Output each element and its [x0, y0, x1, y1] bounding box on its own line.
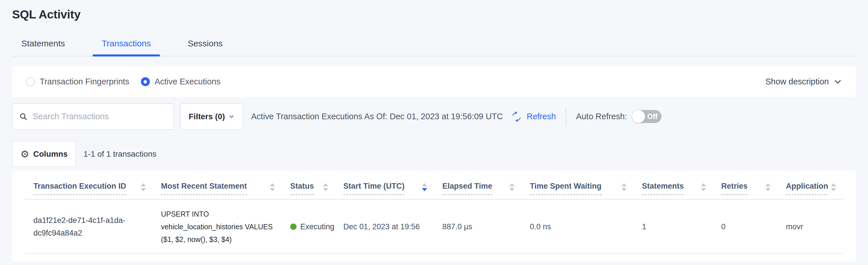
cell-application: movr: [777, 199, 843, 254]
cell-most-recent-statement: UPSERT INTO vehicle_location_histories V…: [153, 199, 282, 254]
gear-icon: ⚙: [21, 149, 29, 159]
auto-refresh-toggle[interactable]: Off: [632, 110, 661, 123]
cell-retries: 0: [713, 199, 778, 254]
toolbar-divider: [566, 108, 566, 126]
sort-icon[interactable]: [323, 183, 328, 191]
transactions-toolbar: Filters (0) Active Transaction Execution…: [12, 103, 856, 130]
column-header-start-time[interactable]: Start Time (UTC): [335, 170, 434, 199]
tab-transactions[interactable]: Transactions: [93, 33, 160, 56]
status-dot: [290, 223, 297, 230]
cell-statements: 1: [633, 199, 713, 254]
show-description-label: Show description: [765, 77, 829, 86]
column-header-status[interactable]: Status: [282, 170, 335, 199]
sort-icon[interactable]: [422, 183, 427, 191]
radio-icon: [26, 77, 35, 86]
sort-icon[interactable]: [831, 183, 836, 191]
show-description-toggle[interactable]: Show description: [765, 77, 842, 86]
sort-icon[interactable]: [141, 183, 146, 191]
table-header-row: Transaction Execution ID Most Recent Sta…: [25, 170, 843, 199]
status-label: Executing: [300, 220, 335, 233]
filters-label: Filters (0): [189, 112, 225, 121]
column-header-application[interactable]: Application: [777, 170, 843, 199]
tab-bar: Statements Transactions Sessions: [12, 33, 856, 56]
columns-button-label: Columns: [33, 150, 68, 159]
radio-label: Transaction Fingerprints: [40, 77, 129, 86]
auto-refresh-label: Auto Refresh:: [576, 112, 627, 121]
cell-time-spent-waiting: 0.0 ns: [521, 199, 633, 254]
transactions-table: Transaction Execution ID Most Recent Sta…: [25, 170, 843, 254]
column-header-most-recent-statement[interactable]: Most Recent Statement: [153, 170, 282, 199]
cell-status: Executing: [282, 199, 335, 254]
column-header-transaction-execution-id[interactable]: Transaction Execution ID: [25, 170, 153, 199]
sort-icon[interactable]: [622, 183, 627, 191]
radio-label: Active Executions: [155, 77, 221, 86]
column-header-retries[interactable]: Retries: [713, 170, 778, 199]
toggle-state-label: Off: [647, 110, 657, 123]
table-row: da1f21e2-de71-4c1f-a1da-dc9fc94a84a2 UPS…: [25, 199, 843, 254]
sort-icon[interactable]: [765, 183, 771, 191]
sort-icon[interactable]: [270, 183, 275, 191]
search-box[interactable]: [12, 103, 174, 130]
toggle-knob: [632, 110, 645, 123]
radio-active-executions[interactable]: Active Executions: [141, 77, 221, 86]
radio-transaction-fingerprints[interactable]: Transaction Fingerprints: [26, 77, 129, 86]
chevron-down-icon: [834, 78, 842, 86]
cell-transaction-execution-id: da1f21e2-de71-4c1f-a1da-dc9fc94a84a2: [25, 199, 153, 254]
refresh-button[interactable]: Refresh: [510, 110, 556, 123]
chevron-down-icon: [228, 113, 235, 120]
tab-sessions[interactable]: Sessions: [178, 33, 232, 56]
transactions-table-card: Transaction Execution ID Most Recent Sta…: [12, 170, 856, 262]
cell-start-time: Dec 01, 2023 at 19:56: [335, 199, 434, 254]
column-header-statements[interactable]: Statements: [633, 170, 713, 199]
page-title: SQL Activity: [12, 0, 856, 21]
view-selector-card: Transaction Fingerprints Active Executio…: [12, 66, 856, 97]
radio-icon: [141, 77, 150, 86]
as-of-timestamp: Active Transaction Executions As Of: Dec…: [251, 112, 503, 121]
cell-elapsed-time: 887.0 µs: [434, 199, 521, 254]
refresh-label: Refresh: [527, 112, 556, 121]
sort-icon[interactable]: [701, 183, 706, 191]
filters-button[interactable]: Filters (0): [180, 103, 243, 130]
search-icon: [19, 112, 28, 121]
search-input[interactable]: [33, 112, 167, 121]
sort-icon[interactable]: [509, 183, 515, 191]
refresh-icon: [510, 110, 523, 123]
columns-button[interactable]: ⚙ Columns: [12, 141, 76, 167]
results-bar: ⚙ Columns 1-1 of 1 transactions: [12, 141, 856, 167]
result-count: 1-1 of 1 transactions: [84, 150, 156, 159]
tab-statements[interactable]: Statements: [12, 33, 74, 56]
column-header-elapsed-time[interactable]: Elapsed Time: [434, 170, 521, 199]
sql-activity-page: SQL Activity Statements Transactions Ses…: [0, 0, 868, 262]
column-header-time-spent-waiting[interactable]: Time Spent Waiting: [521, 170, 633, 199]
